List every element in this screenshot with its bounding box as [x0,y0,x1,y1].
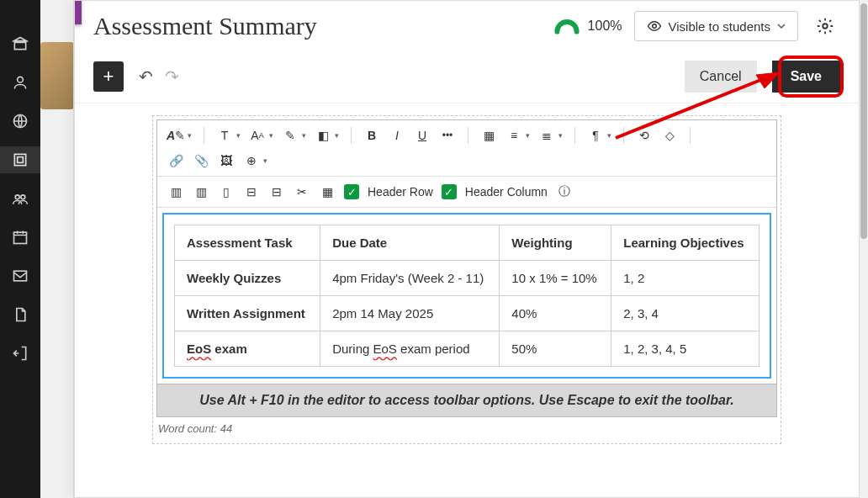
col-header-lo[interactable]: Learning Objectives [611,225,760,261]
row-lo[interactable]: 1, 2, 3, 4, 5 [611,331,760,367]
header-row-label: Header Row [368,185,433,199]
vertical-scrollbar[interactable] [860,0,868,498]
row-task[interactable]: Weekly Quizzes [175,261,320,296]
editor-panel: ✕ Assessment Summary 100% Visible to stu… [74,0,860,498]
svg-point-4 [15,195,19,199]
align-icon[interactable]: ≡ [505,127,522,144]
svg-rect-6 [14,232,27,243]
eraser-icon[interactable]: ◇ [661,127,678,144]
header-column-label: Header Column [465,185,548,199]
svg-rect-3 [18,157,24,163]
attachment-icon[interactable]: 📎 [193,152,209,169]
history-controls: ↶ ↷ [139,66,179,87]
insert-plus-icon[interactable]: ⊕ [243,152,260,169]
col-header-due[interactable]: Due Date [320,225,500,261]
nav-signout-icon[interactable] [0,340,40,367]
table-insert-col-right-icon[interactable]: ▥ [193,183,209,200]
nav-groups-icon[interactable] [0,185,40,212]
header-column-checkbox[interactable]: ✓ [442,184,457,199]
progress-indicator: 100% [553,18,622,34]
scrollbar-thumb[interactable] [860,3,867,239]
left-nav-rail [0,0,40,498]
col-header-task[interactable]: Assessment Task [175,225,320,261]
close-panel-button[interactable]: ✕ [74,0,82,24]
undo-button[interactable]: ↶ [139,66,153,87]
table-props-icon[interactable]: ▦ [319,183,336,200]
plus-icon: + [103,66,114,87]
row-weighting[interactable]: 10 x 1% = 10% [500,261,611,296]
visibility-label: Visible to students [669,19,770,34]
save-button[interactable]: Save [772,61,840,93]
row-task[interactable]: EoS exam [175,331,320,367]
editor-content-area[interactable]: Assessment Task Due Date Weighting Learn… [162,213,771,379]
col-header-weighting[interactable]: Weighting [500,225,611,261]
text-color-icon[interactable]: ✎ [282,127,299,144]
nav-institution-icon[interactable] [0,30,40,57]
page-title: Assessment Summary [93,12,317,40]
row-lo[interactable]: 1, 2 [611,261,760,296]
eye-icon [647,19,662,34]
list-icon[interactable]: ≣ [538,127,555,144]
row-lo[interactable]: 2, 3, 4 [611,296,760,331]
content-dropzone: A✎▾ T▾ AA▾ ✎▾ ◧▾ B I U ••• ▦ [152,115,781,444]
font-family-icon[interactable]: AA [249,127,266,144]
image-icon[interactable]: 🖼 [218,152,235,169]
svg-rect-7 [14,271,27,281]
panel-header: Assessment Summary 100% Visible to stude… [75,1,859,50]
table-row: EoS exam During EoS exam period 50% 1, 2… [175,331,760,367]
link-icon[interactable]: 🔗 [167,152,184,169]
svg-rect-2 [14,154,25,165]
nav-profile-icon[interactable] [0,69,40,96]
row-due[interactable]: 2pm 14 May 2025 [320,296,500,331]
table-info-icon[interactable]: ⓘ [556,183,573,200]
chevron-down-icon [777,22,786,30]
svg-point-8 [652,24,656,29]
svg-point-5 [21,195,25,199]
table-insert-col-left-icon[interactable]: ▥ [167,183,184,200]
nav-documents-icon[interactable] [0,301,40,328]
nav-courses-icon[interactable] [0,146,40,173]
visibility-dropdown[interactable]: Visible to students [634,11,798,41]
table-row: Weekly Quizzes 4pm Friday's (Week 2 - 11… [175,261,760,296]
table-delete-col-icon[interactable]: ▯ [218,183,235,200]
editor-toolbar-row-2: ▥ ▥ ▯ ⊟ ⊟ ✂ ▦ ✓ Header Row ✓ Header Colu… [157,177,776,208]
paragraph-format-icon[interactable]: T [216,127,233,144]
row-weighting[interactable]: 50% [500,331,611,367]
progress-arc-icon [553,18,581,34]
svg-point-9 [823,24,828,29]
row-task[interactable]: Written Assignment [175,296,320,331]
highlight-icon[interactable]: ◧ [315,127,331,144]
cancel-button[interactable]: Cancel [685,61,757,93]
nav-messages-icon[interactable] [0,262,40,289]
table-insert-row-below-icon[interactable]: ⊟ [268,183,285,200]
redo-button[interactable]: ↷ [165,66,179,87]
row-weighting[interactable]: 40% [500,296,611,331]
svg-point-0 [18,77,24,82]
header-row-checkbox[interactable]: ✓ [344,184,359,199]
assessment-table[interactable]: Assessment Task Due Date Weighting Learn… [174,225,760,367]
action-bar: + ↶ ↷ Cancel Save [75,50,859,103]
add-content-button[interactable]: + [93,61,124,92]
clear-format-icon[interactable]: ⟲ [636,127,653,144]
editor-toolbar-row-1: A✎▾ T▾ AA▾ ✎▾ ◧▾ B I U ••• ▦ [157,120,776,177]
table-delete-row-icon[interactable]: ✂ [294,183,310,200]
settings-button[interactable] [810,11,840,41]
paragraph-dir-icon[interactable]: ¶ [587,127,604,144]
editor-accessibility-hint: Use Alt + F10 in the editor to access to… [157,384,776,416]
word-count: Word count: 44 [156,417,777,443]
table-insert-row-above-icon[interactable]: ⊟ [243,183,260,200]
underlying-page-sliver [40,0,74,498]
table-row: Written Assignment 2pm 14 May 2025 40% 2… [175,296,760,331]
more-text-icon[interactable]: ••• [439,127,456,144]
nav-calendar-icon[interactable] [0,224,40,251]
nav-globe-icon[interactable] [0,108,40,135]
text-style-icon[interactable]: A✎ [167,127,184,144]
row-due[interactable]: 4pm Friday's (Week 2 - 11) [320,261,500,296]
row-due[interactable]: During EoS exam period [320,331,500,367]
bold-icon[interactable]: B [363,127,380,144]
italic-icon[interactable]: I [389,127,405,144]
gear-icon [816,17,834,35]
rich-text-editor: A✎▾ T▾ AA▾ ✎▾ ◧▾ B I U ••• ▦ [156,119,777,417]
insert-table-icon[interactable]: ▦ [480,127,497,144]
underline-icon[interactable]: U [414,127,431,144]
